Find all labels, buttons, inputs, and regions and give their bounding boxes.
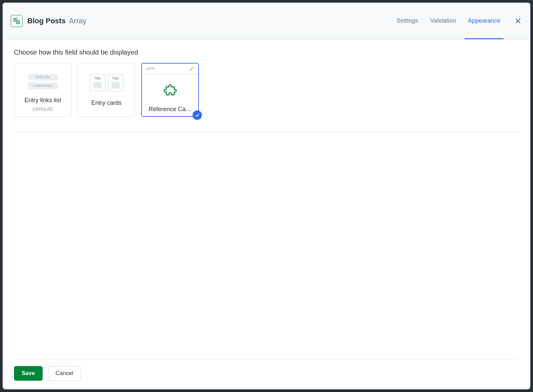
modal-title-wrap: Blog Posts Array [27,17,86,25]
modal-footer: Save Cancel [14,359,519,389]
app-card-header: APP [142,64,198,74]
close-icon [515,18,521,24]
preview-link-pill: Entry title [28,74,58,81]
option-preview: Entry title Untitled entry [14,63,71,96]
option-label: Entry cards [78,98,135,116]
option-label: Entry links list [14,96,71,107]
reference-icon [11,15,23,27]
save-button[interactable]: Save [14,366,43,381]
close-button[interactable] [514,17,522,25]
option-label: Reference Ca… [142,104,198,116]
modal-tabs: Settings Validation Appearance [396,9,522,32]
modal-body: Choose how this field should be displaye… [3,39,530,359]
field-title: Blog Posts [27,17,66,25]
pencil-icon [189,66,194,71]
option-entry-cards[interactable]: Title Title Entry cards [78,63,135,117]
modal-header: Blog Posts Array Settings Validation App… [3,3,530,39]
tab-settings[interactable]: Settings [396,9,418,32]
section-divider [14,132,519,132]
preview-card: Title [108,74,123,91]
option-sublabel: (default) [14,106,71,116]
option-reference-card-app[interactable]: APP Reference Ca… [141,63,199,117]
preview-card: Title [90,74,105,91]
section-title: Choose how this field should be displaye… [14,49,519,56]
check-icon [195,112,200,118]
svg-point-2 [15,19,15,20]
svg-point-3 [18,22,18,23]
tab-validation[interactable]: Validation [430,9,456,32]
preview-link-pill: Untitled entry [28,83,58,89]
app-badge: APP [146,66,156,71]
option-preview: Title Title [78,63,135,98]
option-preview [142,74,198,104]
cancel-button[interactable]: Cancel [48,366,81,381]
field-type: Array [69,17,87,25]
field-settings-modal: Blog Posts Array Settings Validation App… [3,3,530,389]
tab-appearance[interactable]: Appearance [468,9,500,32]
selected-check-badge [193,110,202,120]
puzzle-icon [162,82,178,98]
appearance-options: Entry title Untitled entry Entry links l… [14,63,519,117]
option-entry-links-list[interactable]: Entry title Untitled entry Entry links l… [14,63,72,117]
